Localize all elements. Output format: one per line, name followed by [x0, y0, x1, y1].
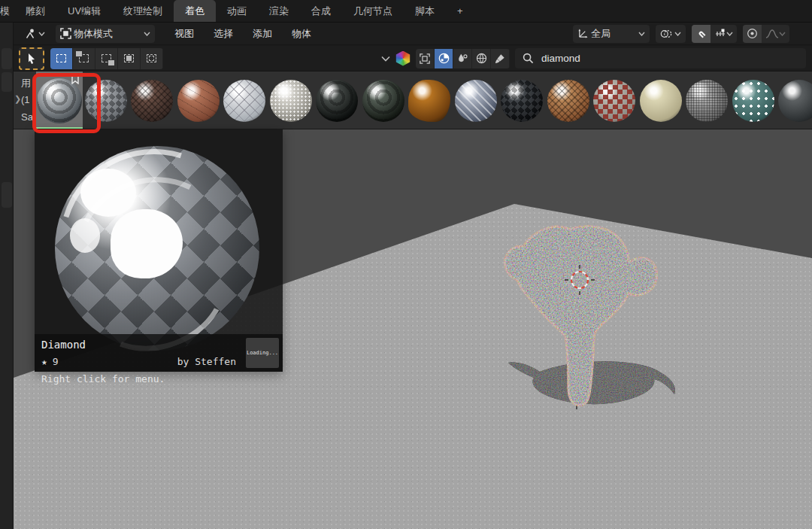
- asset-thumbnail-orange-cloth-drape[interactable]: [407, 71, 453, 129]
- editor-type-selector[interactable]: [20, 25, 50, 43]
- tab-动画[interactable]: 动画: [216, 0, 258, 22]
- chevron-down-icon: [38, 32, 45, 36]
- left-strip-button[interactable]: [2, 48, 12, 69]
- material-preview-sphere: [55, 146, 259, 351]
- tab-渲染[interactable]: 渲染: [258, 0, 300, 22]
- asset-thumbnail-black-diamond-pattern[interactable]: [499, 71, 546, 129]
- select-mode-subtract[interactable]: [95, 48, 118, 69]
- proportional-editing-toggle[interactable]: [743, 25, 762, 43]
- tab-模[interactable]: 模: [0, 0, 14, 22]
- menu-添加[interactable]: 添加: [250, 27, 275, 41]
- asset-title: Diamond: [41, 339, 86, 351]
- tab-+[interactable]: +: [446, 0, 474, 22]
- select-mode-extend[interactable]: [73, 48, 95, 69]
- asset-thumbnail-terracotta-clay[interactable]: [175, 71, 222, 129]
- material-sphere-copper-fabric: [547, 80, 589, 122]
- filter-object-button[interactable]: [416, 49, 435, 68]
- filter-fluid-button[interactable]: [453, 49, 472, 68]
- asset-thumbnail-dark-brown-weave[interactable]: [129, 71, 176, 129]
- proportional-editing-icon: [747, 28, 758, 39]
- select-mode-extend-icon: [79, 54, 89, 62]
- search-icon: [523, 53, 534, 64]
- tab-几何节点[interactable]: 几何节点: [342, 0, 404, 22]
- expand-chevron-icon[interactable]: ❯: [14, 94, 21, 104]
- filter-world-button[interactable]: [472, 49, 491, 68]
- snap-target-dropdown[interactable]: [710, 25, 737, 43]
- asset-thumbnail-row: [36, 71, 812, 129]
- material-sphere-orange-cloth-drape: [408, 80, 450, 122]
- filter-material-button[interactable]: [435, 49, 453, 68]
- world-icon: [476, 53, 487, 64]
- material-sphere-gray-checker-fabric: [85, 80, 127, 122]
- asset-shelf: ❯ 用(1Sa: [14, 71, 812, 129]
- menu-视图[interactable]: 视图: [171, 27, 197, 41]
- material-sphere-steel-diamond-plate: [455, 80, 497, 122]
- asset-thumbnail-steel-diamond-plate[interactable]: [453, 71, 499, 129]
- asset-thumbnail-cream-smooth[interactable]: [638, 71, 684, 129]
- material-sphere-cream-smooth: [640, 80, 682, 122]
- asset-thumbnail-dark-rock[interactable]: [777, 71, 812, 129]
- sidebar-text-line: 用: [21, 77, 31, 90]
- blender-window: 模雕刻UV编辑纹理绘制着色动画渲染合成几何节点脚本+ 物体模式 视图选择添加物体: [0, 0, 812, 529]
- material-sphere-white-quilted: [223, 80, 265, 122]
- select-mode-invert-icon: [124, 54, 134, 62]
- menu-选择[interactable]: 选择: [211, 27, 236, 41]
- material-sphere-steel-mesh: [686, 80, 728, 122]
- menu-物体[interactable]: 物体: [289, 27, 314, 41]
- viewport-header: 物体模式 视图选择添加物体 全局: [14, 23, 812, 45]
- chevron-down-icon: [779, 32, 786, 36]
- tab-UV编辑[interactable]: UV编辑: [56, 0, 112, 22]
- filter-brush-button[interactable]: [491, 49, 510, 68]
- asset-author: by Steffen: [177, 356, 236, 367]
- asset-thumbnail-teal-white-dots[interactable]: [730, 71, 777, 129]
- asset-thumbnail-copper-fabric[interactable]: [545, 71, 592, 129]
- material-sphere-dark-rock: [778, 80, 812, 122]
- mode-dropdown[interactable]: 物体模式: [56, 25, 155, 43]
- search-input[interactable]: [540, 52, 798, 65]
- select-mode-set[interactable]: [50, 48, 73, 69]
- falloff-dropdown[interactable]: [762, 25, 789, 43]
- chevron-down-icon[interactable]: [381, 56, 390, 62]
- scene-objects: [451, 211, 692, 529]
- select-mode-intersect-icon: [147, 54, 156, 62]
- tweak-tool-button[interactable]: [19, 47, 44, 70]
- material-sphere-gunmetal-glass: [362, 80, 404, 122]
- sidebar-text-line: (1: [21, 94, 30, 105]
- material-sphere-teal-white-dots: [732, 80, 774, 122]
- select-mode-subtract-icon: [102, 54, 111, 62]
- asset-thumbnail-gunmetal-glass[interactable]: [360, 71, 407, 129]
- tab-脚本[interactable]: 脚本: [404, 0, 446, 22]
- left-strip-button[interactable]: [2, 182, 12, 208]
- asset-thumbnail-diamond-glass[interactable]: [36, 71, 83, 129]
- workspace-tabbar: 模雕刻UV编辑纹理绘制着色动画渲染合成几何节点脚本+: [0, 0, 812, 23]
- asset-filter-group: [416, 49, 510, 68]
- asset-thumbnail-red-checker-tile[interactable]: [592, 71, 638, 129]
- asset-thumbnail-black-glass-stripes[interactable]: [314, 71, 361, 129]
- snap-magnet-toggle[interactable]: [692, 25, 710, 43]
- asset-search-box[interactable]: [515, 48, 806, 68]
- tab-合成[interactable]: 合成: [300, 0, 342, 22]
- asset-thumbnail-silver-sequins[interactable]: [268, 71, 314, 129]
- context-hint: Right click for menu.: [41, 373, 165, 385]
- rating-value: 9: [53, 356, 59, 367]
- tab-雕刻[interactable]: 雕刻: [14, 0, 56, 22]
- chevron-down-icon: [726, 32, 733, 36]
- select-mode-intersect[interactable]: [141, 48, 163, 69]
- pivot-point-dropdown[interactable]: [656, 25, 686, 43]
- tab-纹理绘制[interactable]: 纹理绘制: [112, 0, 174, 22]
- asset-thumbnail-white-quilted[interactable]: [222, 71, 268, 129]
- material-sphere-silver-sequins: [270, 80, 312, 122]
- select-mode-invert[interactable]: [118, 48, 141, 69]
- chevron-down-icon: [638, 32, 645, 36]
- asset-thumbnail-steel-mesh[interactable]: [684, 71, 731, 129]
- select-mode-set-icon: [56, 54, 66, 62]
- material-sphere-dark-brown-weave: [131, 80, 173, 122]
- left-strip-button[interactable]: [2, 72, 12, 92]
- transform-orientation-dropdown[interactable]: 全局: [573, 25, 650, 43]
- bookmark-icon: [71, 74, 79, 84]
- asset-shelf-sidebar[interactable]: ❯ 用(1Sa: [14, 71, 36, 129]
- tab-着色[interactable]: 着色: [174, 0, 216, 22]
- material-sphere-terracotta-clay: [177, 80, 220, 122]
- sidebar-text-line: Sa: [21, 111, 33, 123]
- asset-thumbnail-gray-checker-fabric[interactable]: [83, 71, 129, 129]
